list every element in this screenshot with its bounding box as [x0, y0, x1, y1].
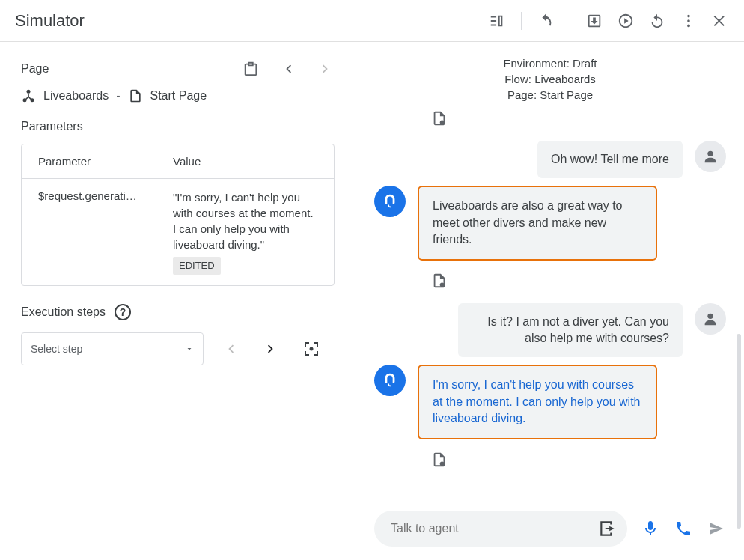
separator [570, 12, 570, 30]
next-page-icon[interactable] [317, 60, 335, 78]
svg-text:i: i [442, 121, 442, 124]
submit-icon[interactable] [596, 517, 620, 541]
agent-message-row: Liveaboards are also a great way to meet… [374, 186, 726, 260]
page-section-label: Page [21, 62, 49, 76]
svg-text:i: i [442, 462, 442, 466]
close-icon[interactable] [711, 12, 729, 30]
breadcrumb-sep: - [116, 89, 120, 103]
param-head-name: Parameter [22, 144, 156, 178]
chat-scroll[interactable]: i Oh wow! Tell me more Liveaboards are a… [356, 106, 744, 502]
user-bubble: Oh wow! Tell me more [537, 141, 683, 178]
svg-point-0 [687, 14, 690, 17]
topbar-actions [488, 12, 729, 30]
parameters-label: Parameters [21, 120, 335, 133]
select-step-dropdown[interactable]: Select step [21, 332, 204, 365]
edited-tag: EDITED [173, 257, 221, 275]
topbar: Simulator [0, 0, 744, 42]
refresh-icon[interactable] [648, 12, 666, 30]
select-step-placeholder: Select step [31, 343, 82, 355]
talk-input[interactable] [389, 521, 596, 536]
agent-bubble: Liveaboards are also a great way to meet… [418, 186, 657, 260]
talk-input-wrap[interactable] [374, 511, 627, 547]
step-prev-icon [217, 335, 244, 362]
svg-point-9 [707, 151, 713, 156]
user-bubble: Is it? I am not a diver yet. Can you als… [458, 303, 683, 358]
user-message-row: Is it? I am not a diver yet. Can you als… [374, 303, 726, 358]
agent-avatar [374, 186, 406, 217]
agent-message-row: I'm sorry, I can't help you with courses… [374, 365, 726, 439]
svg-point-6 [310, 347, 314, 351]
send-icon[interactable] [707, 519, 726, 538]
scrollbar[interactable] [737, 334, 741, 529]
panel-toggle-icon[interactable] [488, 12, 506, 30]
doc-info-icon[interactable]: i [431, 279, 448, 291]
breadcrumb-flow[interactable]: Liveaboards [43, 89, 109, 103]
page-line: Page: Start Page [356, 87, 744, 103]
param-name: $request.generative.response [22, 179, 156, 285]
svg-point-12 [707, 313, 713, 318]
param-head-value: Value [156, 144, 334, 178]
input-bar [356, 502, 744, 560]
play-icon[interactable] [617, 12, 635, 30]
help-icon[interactable]: ? [115, 304, 131, 320]
table-row[interactable]: $request.generative.response "I'm sorry,… [22, 179, 334, 285]
user-message-row: Oh wow! Tell me more [374, 141, 726, 178]
breadcrumb-page[interactable]: Start Page [150, 89, 207, 103]
svg-point-2 [687, 24, 690, 27]
phone-icon[interactable] [674, 519, 693, 538]
user-avatar [695, 303, 726, 335]
more-icon[interactable] [680, 12, 698, 30]
agent-avatar [374, 365, 406, 396]
svg-point-1 [687, 19, 690, 22]
parameters-table: Parameter Value $request.generative.resp… [21, 144, 335, 286]
user-avatar [695, 141, 726, 172]
svg-text:i: i [442, 283, 442, 287]
separator [521, 12, 522, 30]
flow-icon [21, 88, 36, 103]
doc-info-icon[interactable]: i [431, 117, 448, 129]
param-value: "I'm sorry, I can't help you with course… [156, 179, 334, 285]
page-icon [128, 88, 143, 103]
download-icon[interactable] [585, 12, 603, 30]
prev-page-icon[interactable] [279, 60, 297, 78]
agent-bubble: I'm sorry, I can't help you with courses… [418, 365, 657, 439]
chat-panel: Environment: Draft Flow: Liveaboards Pag… [356, 42, 744, 560]
mic-icon[interactable] [641, 519, 660, 538]
undo-icon[interactable] [537, 12, 555, 30]
left-panel: Page Liveaboards - Start [0, 42, 356, 560]
flow-line: Flow: Liveaboards [356, 71, 744, 87]
doc-info-icon[interactable]: i [431, 458, 448, 470]
svg-point-3 [27, 90, 31, 94]
execution-steps-label: Execution steps [21, 305, 106, 319]
chat-header: Environment: Draft Flow: Liveaboards Pag… [356, 42, 744, 106]
clipboard-icon[interactable] [242, 60, 260, 78]
breadcrumb: Liveaboards - Start Page [21, 88, 335, 103]
env-line: Environment: Draft [356, 55, 744, 71]
step-next-icon[interactable] [257, 335, 284, 362]
focus-icon[interactable] [298, 335, 325, 362]
app-title: Simulator [15, 11, 85, 31]
